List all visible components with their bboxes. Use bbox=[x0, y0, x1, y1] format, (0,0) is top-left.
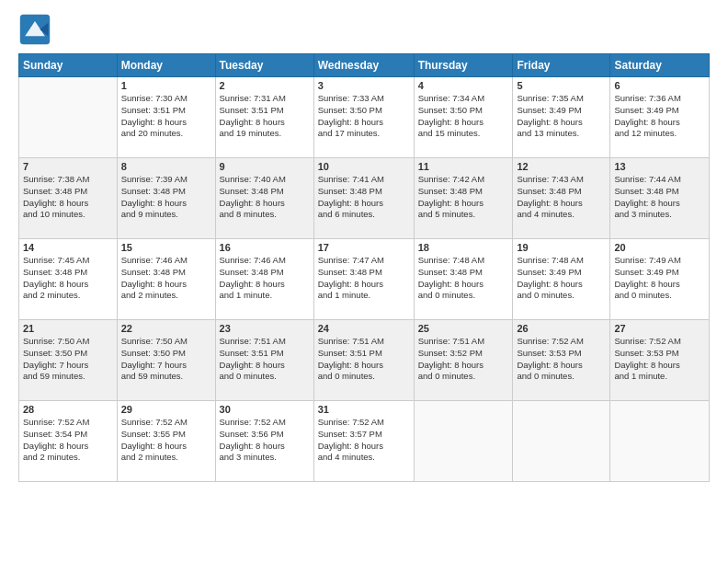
day-info-line: Sunset: 3:48 PM bbox=[23, 186, 113, 198]
day-info-line: and 17 minutes. bbox=[318, 128, 410, 140]
day-info: Sunrise: 7:48 AMSunset: 3:49 PMDaylight:… bbox=[517, 255, 606, 302]
day-info-line: and 2 minutes. bbox=[121, 290, 211, 302]
day-info-line: Sunset: 3:48 PM bbox=[418, 186, 509, 198]
day-info-line: Sunrise: 7:52 AM bbox=[23, 417, 113, 429]
day-number: 4 bbox=[418, 80, 509, 91]
day-info-line: Sunset: 3:48 PM bbox=[517, 186, 606, 198]
day-info-line: Daylight: 8 hours bbox=[318, 279, 410, 291]
day-info-line: Daylight: 8 hours bbox=[318, 360, 410, 372]
day-info-line: and 2 minutes. bbox=[23, 452, 113, 464]
calendar-cell: 29Sunrise: 7:52 AMSunset: 3:55 PMDayligh… bbox=[117, 401, 215, 482]
day-info-line: Sunrise: 7:51 AM bbox=[418, 336, 509, 348]
day-info-line: Daylight: 8 hours bbox=[418, 198, 509, 210]
calendar-cell: 19Sunrise: 7:48 AMSunset: 3:49 PMDayligh… bbox=[513, 239, 610, 320]
day-info-line: and 4 minutes. bbox=[318, 452, 410, 464]
calendar-cell: 22Sunrise: 7:50 AMSunset: 3:50 PMDayligh… bbox=[117, 320, 215, 401]
day-info-line: Sunset: 3:52 PM bbox=[418, 348, 509, 360]
day-info-line: Sunrise: 7:30 AM bbox=[121, 93, 211, 105]
calendar-cell: 31Sunrise: 7:52 AMSunset: 3:57 PMDayligh… bbox=[313, 401, 414, 482]
calendar-body: 1Sunrise: 7:30 AMSunset: 3:51 PMDaylight… bbox=[19, 77, 710, 482]
day-info-line: Sunrise: 7:42 AM bbox=[418, 174, 509, 186]
day-info: Sunrise: 7:38 AMSunset: 3:48 PMDaylight:… bbox=[23, 174, 113, 221]
day-number: 13 bbox=[614, 161, 705, 172]
day-info-line: and 0 minutes. bbox=[220, 371, 310, 383]
day-info: Sunrise: 7:52 AMSunset: 3:56 PMDaylight:… bbox=[220, 417, 310, 464]
day-info: Sunrise: 7:31 AMSunset: 3:51 PMDaylight:… bbox=[220, 93, 310, 140]
day-info-line: Sunrise: 7:48 AM bbox=[418, 255, 509, 267]
day-info: Sunrise: 7:30 AMSunset: 3:51 PMDaylight:… bbox=[121, 93, 211, 140]
day-info-line: Sunrise: 7:51 AM bbox=[318, 336, 410, 348]
calendar-cell: 28Sunrise: 7:52 AMSunset: 3:54 PMDayligh… bbox=[19, 401, 118, 482]
calendar-cell: 7Sunrise: 7:38 AMSunset: 3:48 PMDaylight… bbox=[19, 158, 118, 239]
day-number: 28 bbox=[23, 404, 113, 415]
day-info-line: Sunrise: 7:31 AM bbox=[220, 93, 310, 105]
calendar-week-1: 1Sunrise: 7:30 AMSunset: 3:51 PMDaylight… bbox=[19, 77, 710, 158]
header bbox=[18, 9, 710, 46]
day-number: 9 bbox=[220, 161, 310, 172]
day-info-line: and 59 minutes. bbox=[23, 371, 113, 383]
day-number: 5 bbox=[517, 80, 606, 91]
calendar-cell: 15Sunrise: 7:46 AMSunset: 3:48 PMDayligh… bbox=[117, 239, 215, 320]
day-info-line: Sunrise: 7:50 AM bbox=[121, 336, 211, 348]
day-info-line: Daylight: 8 hours bbox=[318, 441, 410, 453]
day-info-line: Sunset: 3:48 PM bbox=[418, 267, 509, 279]
day-info-line: Sunset: 3:53 PM bbox=[517, 348, 606, 360]
day-number: 16 bbox=[220, 242, 310, 253]
day-info-line: Daylight: 8 hours bbox=[517, 117, 606, 129]
day-info-line: Sunset: 3:54 PM bbox=[23, 429, 113, 441]
day-info-line: Daylight: 8 hours bbox=[418, 279, 509, 291]
day-info-line: Sunrise: 7:50 AM bbox=[23, 336, 113, 348]
day-info-line: Daylight: 8 hours bbox=[220, 441, 310, 453]
day-info-line: and 1 minute. bbox=[318, 290, 410, 302]
calendar-cell: 14Sunrise: 7:45 AMSunset: 3:48 PMDayligh… bbox=[19, 239, 118, 320]
day-info-line: and 0 minutes. bbox=[418, 371, 509, 383]
day-info-line: Daylight: 8 hours bbox=[517, 360, 606, 372]
calendar-cell: 13Sunrise: 7:44 AMSunset: 3:48 PMDayligh… bbox=[610, 158, 710, 239]
day-info: Sunrise: 7:48 AMSunset: 3:48 PMDaylight:… bbox=[418, 255, 509, 302]
day-number: 15 bbox=[121, 242, 211, 253]
day-info-line: Sunset: 3:56 PM bbox=[220, 429, 310, 441]
day-info-line: Sunset: 3:48 PM bbox=[23, 267, 113, 279]
day-info-line: Sunrise: 7:52 AM bbox=[614, 336, 705, 348]
day-info-line: Sunrise: 7:52 AM bbox=[220, 417, 310, 429]
day-info: Sunrise: 7:40 AMSunset: 3:48 PMDaylight:… bbox=[220, 174, 310, 221]
day-info-line: and 15 minutes. bbox=[418, 128, 509, 140]
day-info-line: Daylight: 8 hours bbox=[318, 117, 410, 129]
day-info-line: and 6 minutes. bbox=[318, 209, 410, 221]
day-number: 19 bbox=[517, 242, 606, 253]
logo bbox=[18, 13, 55, 46]
day-info-line: Daylight: 8 hours bbox=[220, 279, 310, 291]
calendar-cell: 6Sunrise: 7:36 AMSunset: 3:49 PMDaylight… bbox=[610, 77, 710, 158]
day-number: 14 bbox=[23, 242, 113, 253]
day-info-line: Sunset: 3:49 PM bbox=[517, 267, 606, 279]
day-info-line: Sunrise: 7:35 AM bbox=[517, 93, 606, 105]
day-info: Sunrise: 7:35 AMSunset: 3:49 PMDaylight:… bbox=[517, 93, 606, 140]
calendar-cell bbox=[19, 77, 118, 158]
day-number: 26 bbox=[517, 323, 606, 334]
day-info-line: Sunset: 3:51 PM bbox=[220, 105, 310, 117]
day-info-line: and 0 minutes. bbox=[318, 371, 410, 383]
day-number: 3 bbox=[318, 80, 410, 91]
day-info-line: Daylight: 8 hours bbox=[418, 117, 509, 129]
day-info: Sunrise: 7:41 AMSunset: 3:48 PMDaylight:… bbox=[318, 174, 410, 221]
day-number: 17 bbox=[318, 242, 410, 253]
day-info: Sunrise: 7:50 AMSunset: 3:50 PMDaylight:… bbox=[23, 336, 113, 383]
day-info-line: and 12 minutes. bbox=[614, 128, 705, 140]
day-number: 12 bbox=[517, 161, 606, 172]
day-number: 30 bbox=[220, 404, 310, 415]
day-number: 7 bbox=[23, 161, 113, 172]
day-info-line: and 0 minutes. bbox=[517, 290, 606, 302]
day-info-line: Daylight: 8 hours bbox=[121, 117, 211, 129]
day-info: Sunrise: 7:46 AMSunset: 3:48 PMDaylight:… bbox=[220, 255, 310, 302]
day-info: Sunrise: 7:39 AMSunset: 3:48 PMDaylight:… bbox=[121, 174, 211, 221]
calendar-cell bbox=[414, 401, 513, 482]
day-info-line: Daylight: 8 hours bbox=[121, 198, 211, 210]
day-info: Sunrise: 7:42 AMSunset: 3:48 PMDaylight:… bbox=[418, 174, 509, 221]
day-info-line: and 0 minutes. bbox=[614, 290, 705, 302]
calendar-cell: 8Sunrise: 7:39 AMSunset: 3:48 PMDaylight… bbox=[117, 158, 215, 239]
day-info-line: Sunrise: 7:43 AM bbox=[517, 174, 606, 186]
day-header-sunday: Sunday bbox=[19, 54, 118, 77]
day-number: 6 bbox=[614, 80, 705, 91]
calendar: SundayMondayTuesdayWednesdayThursdayFrid… bbox=[18, 53, 710, 482]
day-info-line: and 3 minutes. bbox=[220, 452, 310, 464]
